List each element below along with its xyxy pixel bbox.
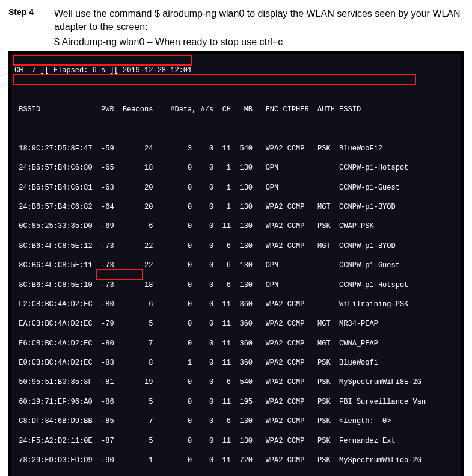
table-row: 8C:B6:4F:C8:5E:10 -73 18 0 0 6 130 OPN C… [14, 280, 458, 290]
table-row: 0C:85:25:33:35:D0 -69 6 0 0 11 130 WPA2 … [14, 221, 458, 231]
table-row: 50:95:51:B0:85:8F -81 19 0 0 6 540 WPA2 … [14, 377, 458, 387]
table-row: E6:CB:BC:4A:D2:EC -80 7 0 0 11 360 WPA2 … [14, 339, 458, 348]
step-heading: Step 4 Well use the command $ airodump-n… [8, 7, 464, 33]
table-row: EA:CB:BC:4A:D2:EC -79 5 0 0 11 360 WPA2 … [14, 319, 458, 329]
table-row: 24:B6:57:B4:C6:80 -65 18 0 0 1 130 OPN C… [14, 163, 458, 173]
table-row: 18:9C:27:D5:8F:47 -59 24 3 0 11 540 WPA2… [14, 144, 458, 153]
table-row: 8C:B6:4F:C8:5E:11 -73 22 0 0 6 130 OPN C… [14, 261, 458, 270]
table-row: 8C:B6:4F:C8:5E:12 -73 22 0 0 6 130 WPA2 … [14, 241, 458, 251]
table-row: 24:F5:A2:D2:11:0E -87 5 0 0 11 130 WPA2 … [14, 436, 458, 446]
step-text: Well use the command $ airodump-ng wlan0… [54, 7, 464, 33]
step-command: $ Airodump-ng wlan0 – When ready to stop… [54, 37, 464, 48]
table-row: 60:19:71:EF:96:A0 -86 5 0 0 11 195 WPA2 … [14, 397, 458, 407]
terminal-output: CH 7 ][ Elapsed: 6 s ][ 2019-12-28 12:01… [8, 51, 464, 476]
highlight-ap-header [13, 74, 416, 85]
table-row: 78:29:ED:D3:ED:D9 -90 1 0 0 11 720 WPA2 … [14, 456, 458, 465]
table-row: F2:CB:BC:4A:D2:EC -80 6 0 0 11 360 WPA2 … [14, 300, 458, 309]
table-row: C8:DF:84:6B:D9:BB -85 7 0 0 6 130 WPA2 C… [14, 416, 458, 426]
table-row: 24:B6:57:B4:C6:82 -64 20 0 0 1 130 WPA2 … [14, 202, 458, 212]
table-row: E0:CB:BC:4A:D2:EC -83 8 1 0 11 360 WPA2 … [14, 358, 458, 368]
terminal-status-line: CH 7 ][ Elapsed: 6 s ][ 2019-12-28 12:01 [14, 66, 458, 75]
highlight-status [13, 55, 192, 66]
terminal-ap-header: BSSID PWR Beacons #Data, #/s CH MB ENC C… [14, 105, 458, 114]
highlight-station-column [96, 269, 143, 280]
table-row: 24:B6:57:B4:C6:81 -63 20 0 0 1 130 OPN C… [14, 183, 458, 193]
step-label: Step 4 [8, 7, 54, 17]
